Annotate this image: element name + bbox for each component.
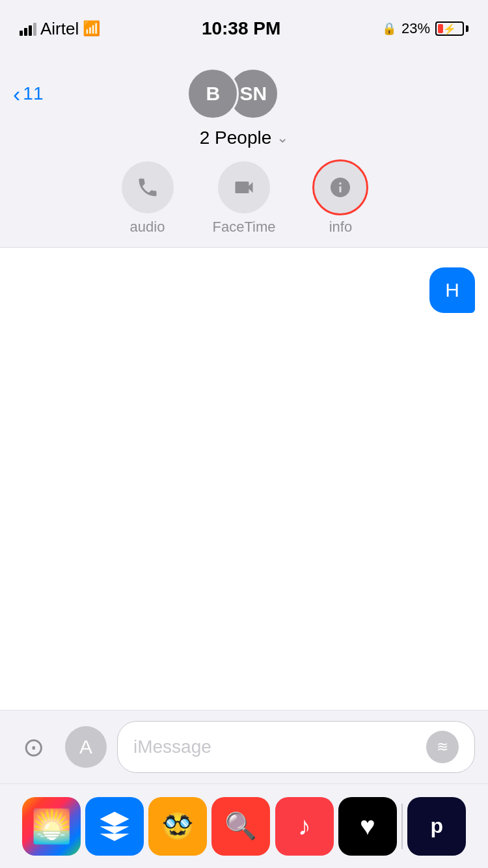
dock-app-memoji[interactable]: 🥸	[148, 797, 207, 856]
input-area: ⊙ A iMessage ≋	[0, 710, 488, 783]
facetime-label: FaceTime	[213, 219, 276, 236]
dock-app-heart[interactable]: ♥	[338, 797, 397, 856]
messages-area: H	[0, 248, 488, 755]
battery-percent: 23%	[401, 20, 430, 37]
wifi-icon: 📶	[83, 20, 100, 37]
dock-app-music[interactable]: ♪	[275, 797, 334, 856]
search-dock-icon: 🔍	[224, 811, 257, 841]
chevron-down-icon: ⌄	[277, 129, 288, 146]
dock-divider	[401, 804, 403, 849]
message-placeholder: iMessage	[133, 737, 211, 757]
signal-bars	[20, 21, 36, 36]
heart-icon: ♥	[360, 811, 375, 841]
info-label: info	[329, 219, 352, 236]
group-name: 2 People	[200, 128, 272, 148]
status-right: 🔒 23% ⚡	[382, 20, 468, 37]
battery-icon: ⚡	[435, 21, 468, 36]
memoji-icon: 🥸	[161, 811, 194, 841]
avatar-b: B	[187, 68, 239, 120]
actions-row: audio FaceTime info	[0, 152, 488, 248]
audio-icon-circle	[122, 161, 174, 213]
info-icon	[329, 176, 352, 199]
group-avatars: B SN	[187, 68, 279, 120]
back-count: 11	[23, 83, 43, 104]
dock: 🌅 🥸 🔍 ♪ ♥ p	[0, 783, 488, 868]
photos-icon: 🌅	[31, 807, 72, 845]
header: ‹ 11 B SN 2 People ⌄	[0, 57, 488, 152]
camera-icon: ⊙	[23, 732, 45, 762]
info-icon-circle	[314, 161, 366, 213]
group-name-row[interactable]: 2 People ⌄	[13, 124, 475, 152]
action-audio[interactable]: audio	[122, 161, 174, 236]
message-input-wrapper[interactable]: iMessage ≋	[117, 721, 475, 773]
status-bar: Airtel 📶 10:38 PM 🔒 23% ⚡	[0, 0, 488, 57]
appstore-icon: A	[79, 736, 92, 758]
audio-record-button[interactable]: ≋	[426, 731, 459, 763]
action-facetime[interactable]: FaceTime	[213, 161, 276, 236]
back-chevron-icon: ‹	[13, 81, 20, 107]
camera-button[interactable]: ⊙	[13, 726, 55, 768]
nav-row: ‹ 11 B SN	[13, 64, 475, 124]
back-button[interactable]: ‹ 11	[13, 81, 43, 107]
message-bubble: H	[429, 267, 475, 313]
dock-app-search[interactable]: 🔍	[211, 797, 270, 856]
apps-button[interactable]: A	[65, 726, 107, 768]
status-time: 10:38 PM	[202, 18, 280, 39]
appstore-dock-icon	[97, 809, 132, 844]
p-app-icon: p	[431, 814, 444, 838]
dock-app-photos[interactable]: 🌅	[22, 797, 81, 856]
video-icon	[232, 176, 256, 199]
status-left: Airtel 📶	[20, 19, 100, 39]
dock-app-appstore[interactable]	[85, 797, 144, 856]
audio-label: audio	[130, 219, 165, 236]
dock-app-p[interactable]: p	[407, 797, 466, 856]
waveform-icon: ≋	[437, 739, 448, 755]
music-icon: ♪	[298, 811, 311, 841]
facetime-icon-circle	[218, 161, 270, 213]
phone-icon	[136, 176, 159, 199]
action-info[interactable]: info	[314, 161, 366, 236]
lock-icon: 🔒	[382, 21, 396, 36]
carrier-name: Airtel	[40, 19, 79, 39]
